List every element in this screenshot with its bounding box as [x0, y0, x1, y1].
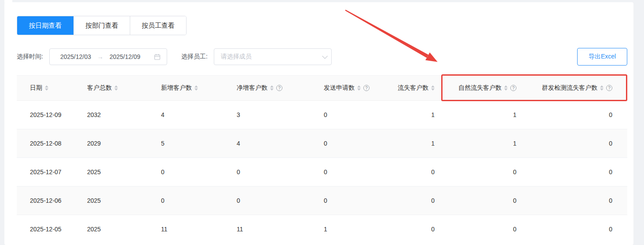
table-cell: 0	[311, 158, 390, 186]
table-cell: 0	[523, 186, 627, 215]
table-row: 2025-12-05202511111000	[17, 215, 627, 244]
sort-icon[interactable]	[357, 85, 361, 91]
stats-table: 日期客户总数新增客户数净增客户数?发送申请数?流失客户数自然流失客户数?群发检测…	[17, 75, 627, 244]
table-cell: 0	[223, 186, 311, 215]
table-cell: 5	[148, 129, 223, 158]
column-header-7[interactable]: 自然流失客户数?	[440, 76, 523, 101]
sort-icon[interactable]	[194, 85, 198, 91]
chevron-down-icon[interactable]	[322, 53, 328, 59]
column-label: 自然流失客户数	[458, 84, 501, 92]
table-cell: 1	[440, 101, 523, 129]
table-cell: 2032	[74, 101, 148, 129]
table-cell: 11	[148, 215, 223, 244]
column-header-6[interactable]: 流失客户数	[390, 76, 440, 101]
table-header-row: 日期客户总数新增客户数净增客户数?发送申请数?流失客户数自然流失客户数?群发检测…	[17, 76, 627, 101]
date-start-value: 2025/12/03	[60, 53, 91, 60]
table-cell: 0	[148, 158, 223, 186]
column-label: 发送申请数	[324, 84, 355, 92]
column-header-1[interactable]: 日期	[17, 76, 74, 101]
calendar-icon[interactable]	[154, 54, 161, 60]
table-cell: 2025	[74, 186, 148, 215]
table-row: 2025-12-092032430110	[17, 101, 627, 129]
sort-icon[interactable]	[270, 85, 274, 91]
table-cell: 1	[390, 101, 440, 129]
column-label: 净增客户数	[237, 84, 267, 92]
table-cell: 0	[390, 186, 440, 215]
sort-icon[interactable]	[504, 85, 508, 91]
table-cell: 0	[311, 101, 390, 129]
employee-select[interactable]: 请选择成员	[214, 48, 332, 65]
table-cell: 1	[440, 129, 523, 158]
column-label: 新增客户数	[161, 84, 192, 92]
column-header-8[interactable]: 群发检测流失客户数?	[523, 76, 627, 101]
column-header-2[interactable]: 客户总数	[74, 76, 148, 101]
table-cell: 0	[311, 129, 390, 158]
help-icon[interactable]: ?	[510, 85, 516, 91]
table-cell: 4	[148, 101, 223, 129]
filter-bar: 选择时间: 2025/12/03 → 2025/12/09 选择员工: 请选择成…	[17, 48, 332, 66]
table-cell: 2025-12-07	[17, 158, 74, 186]
range-arrow-icon: →	[97, 53, 103, 60]
table-cell: 2025-12-09	[17, 101, 74, 129]
help-icon[interactable]: ?	[606, 85, 612, 91]
employee-filter-label: 选择员工:	[181, 53, 208, 61]
date-end-value: 2025/12/09	[110, 53, 140, 60]
sort-icon[interactable]	[431, 85, 435, 91]
tab-by-employee[interactable]: 按员工查看	[130, 16, 186, 35]
date-range-picker[interactable]: 2025/12/03 → 2025/12/09	[49, 48, 167, 65]
column-header-3[interactable]: 新增客户数	[148, 76, 223, 101]
table-cell: 1	[311, 215, 390, 244]
employee-select-placeholder: 请选择成员	[221, 53, 252, 61]
table-cell: 2025	[74, 158, 148, 186]
column-label: 客户总数	[87, 84, 112, 92]
sort-icon[interactable]	[114, 85, 118, 91]
column-header-4[interactable]: 净增客户数?	[223, 76, 311, 101]
table-cell: 2025-12-06	[17, 186, 74, 215]
table-cell: 0	[390, 158, 440, 186]
table-cell: 0	[523, 215, 627, 244]
view-mode-tabs: 按日期查看按部门查看按员工查看	[17, 16, 187, 35]
table-row: 2025-12-062025000000	[17, 186, 627, 215]
tab-by-department[interactable]: 按部门查看	[73, 16, 130, 35]
table-cell: 0	[223, 158, 311, 186]
column-header-5[interactable]: 发送申请数?	[311, 76, 390, 101]
table-cell: 0	[440, 186, 523, 215]
table-cell: 0	[311, 186, 390, 215]
time-filter-label: 选择时间:	[17, 53, 43, 61]
table-cell: 0	[523, 158, 627, 186]
export-excel-button[interactable]: 导出Excel	[577, 48, 627, 66]
page: 按日期查看按部门查看按员工查看 选择时间: 2025/12/03 → 2025/…	[0, 0, 644, 245]
table-cell: 1	[390, 129, 440, 158]
table-row: 2025-12-072025000000	[17, 158, 627, 186]
table-cell: 0	[523, 129, 627, 158]
tab-by-date[interactable]: 按日期查看	[17, 16, 73, 35]
table-cell: 2025	[74, 215, 148, 244]
column-label: 流失客户数	[398, 84, 428, 92]
table-cell: 0	[440, 215, 523, 244]
table-cell: 2025-12-05	[17, 215, 74, 244]
help-icon[interactable]: ?	[363, 85, 370, 91]
column-label: 日期	[30, 84, 42, 92]
table-cell: 0	[523, 101, 627, 129]
table-cell: 0	[148, 186, 223, 215]
help-icon[interactable]: ?	[276, 85, 282, 91]
table-cell: 3	[223, 101, 311, 129]
table-cell: 11	[223, 215, 311, 244]
table-cell: 0	[390, 215, 440, 244]
table-cell: 2029	[74, 129, 148, 158]
column-label: 群发检测流失客户数	[542, 84, 597, 92]
sort-icon[interactable]	[600, 85, 604, 91]
sort-icon[interactable]	[45, 85, 48, 91]
table-cell: 2025-12-08	[17, 129, 74, 158]
table-cell: 4	[223, 129, 311, 158]
table-row: 2025-12-082029540110	[17, 129, 627, 158]
table-cell: 0	[440, 158, 523, 186]
